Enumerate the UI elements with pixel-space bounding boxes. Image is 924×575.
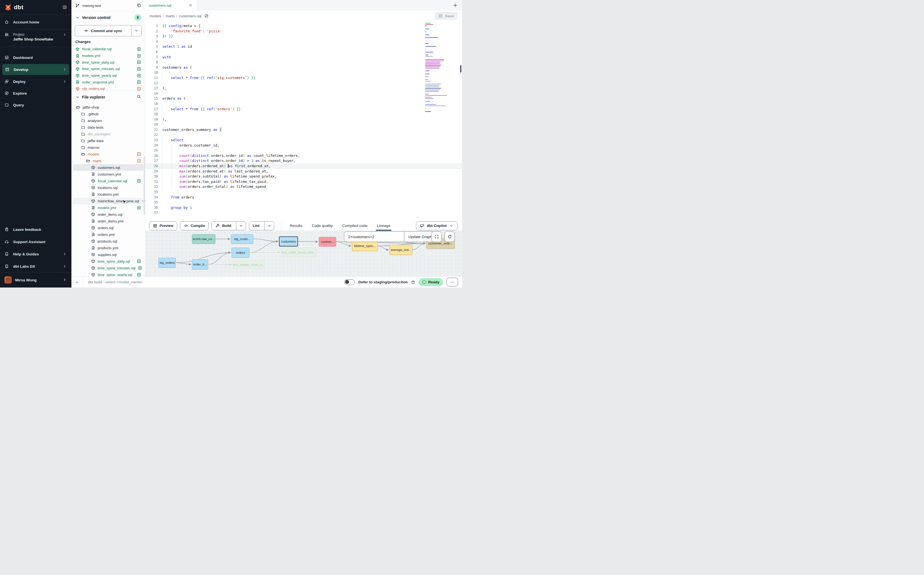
- sidebar-item-deploy[interactable]: Deploy: [0, 76, 71, 87]
- tree-item-analyses[interactable]: analyses: [73, 117, 143, 124]
- code-line-1[interactable]: 1{{ config(meta = {: [145, 24, 462, 29]
- version-control-title[interactable]: Version control: [82, 15, 111, 20]
- sidebar-item-support-assistant[interactable]: Support Assistant: [0, 235, 71, 248]
- code-line-13[interactable]: 13),: [145, 86, 462, 91]
- tree-item-metricflow-time-spine-sql[interactable]: metricflow_time_spine.sql: [73, 198, 143, 204]
- tree-item-time-spine-yearly-sql[interactable]: time_spine_yearly.sql: [73, 271, 143, 276]
- lineage-canvas[interactable]: ecom.raw_cu...stg_custo...customerscusto…: [145, 231, 462, 276]
- stage-add-icon[interactable]: [137, 272, 141, 276]
- tree-item-products-sql[interactable]: products.sql: [73, 238, 143, 245]
- sidebar-item-dashboard[interactable]: Dashboard: [0, 52, 71, 64]
- code-line-22[interactable]: 22: [145, 132, 462, 138]
- code-line-31[interactable]: 31 sum(orders.tax_paid) as lifetime_tax_…: [145, 179, 462, 184]
- stage-add-icon[interactable]: [137, 60, 141, 65]
- sidebar-item-leave-feedback[interactable]: Leave feedback: [0, 223, 71, 235]
- chevron-down-icon[interactable]: [75, 95, 80, 99]
- code-line-21[interactable]: 21customer_orders_summary as (: [145, 127, 462, 133]
- tab-code-quality[interactable]: Code quality: [307, 221, 338, 230]
- modified-icon[interactable]: [137, 152, 141, 156]
- tab-customers-sql[interactable]: customers.sql: [145, 0, 197, 11]
- changed-file-order_snapshot.yml[interactable]: order_snapshot.yml: [71, 79, 145, 86]
- tree-item-locations-sql[interactable]: locations.sql: [73, 184, 143, 191]
- stage-add-icon[interactable]: [137, 54, 141, 58]
- lineage-search-input[interactable]: 2+customers+2: [344, 232, 404, 242]
- code-line-29[interactable]: 29 max(orders.ordered_at) as last_ordere…: [145, 169, 462, 174]
- tree-item-fiscal-calendar-sql[interactable]: fiscal_calendar.sql: [73, 178, 143, 184]
- code-line-8[interactable]: 8: [145, 60, 462, 65]
- code-line-36[interactable]: 36 group by 1: [145, 205, 462, 210]
- code-line-4[interactable]: 4: [145, 39, 462, 44]
- tab-results[interactable]: Results: [285, 221, 307, 230]
- tree-item-customers-yml[interactable]: customers.yml: [73, 171, 143, 178]
- code-line-35[interactable]: 35: [145, 200, 462, 205]
- lineage-node-customers[interactable]: customers: [279, 237, 298, 246]
- sidebar-item-account-home[interactable]: Account home: [0, 15, 71, 29]
- more-options-button[interactable]: [446, 278, 458, 286]
- code-line-7[interactable]: 7with: [145, 55, 462, 60]
- stage-add-icon[interactable]: [138, 266, 142, 270]
- code-editor[interactable]: 1{{ config(meta = {2 'favorite_food': 'p…: [145, 21, 462, 221]
- tree-item-locations-yml[interactable]: locations.yml: [73, 191, 143, 198]
- close-icon[interactable]: [188, 3, 193, 8]
- code-line-17[interactable]: 17 select * from {{ ref('orders') }}: [145, 106, 462, 112]
- tree-item-data-tests[interactable]: data-tests: [73, 124, 143, 131]
- code-line-2[interactable]: 2 'favorite_food': 'pizza': [145, 29, 462, 34]
- lineage-node-stg_customers[interactable]: stg_custo...: [231, 234, 253, 244]
- branch-name[interactable]: mwong-test: [82, 4, 101, 8]
- lineage-node-stg_orders[interactable]: stg_orders: [158, 257, 176, 268]
- defer-toggle[interactable]: [344, 280, 355, 285]
- search-icon[interactable]: [137, 94, 141, 100]
- status-badge[interactable]: Ready: [419, 278, 443, 286]
- lineage-node-order_items[interactable]: order_it...: [192, 259, 208, 269]
- breadcrumb-marts[interactable]: marts: [166, 14, 175, 18]
- code-line-32[interactable]: 32 sum(orders.order_total) as lifetime_s…: [145, 184, 462, 189]
- new-tab-button[interactable]: [453, 3, 458, 8]
- code-line-15[interactable]: 15orders as (: [145, 96, 462, 101]
- code-line-5[interactable]: 5select 1 as id: [145, 44, 462, 49]
- tree-item-orders-sql[interactable]: orders.sql: [73, 224, 143, 231]
- editor-scrollbar-thumb[interactable]: [460, 65, 461, 73]
- code-line-24[interactable]: 24 orders.customer_id,: [145, 143, 462, 148]
- modified-icon[interactable]: [137, 87, 141, 91]
- tree-item-customers-sql[interactable]: customers.sql: [73, 164, 143, 171]
- sidebar-item-query[interactable]: Query: [0, 99, 71, 111]
- dbt-copilot-button[interactable]: dbt Copilot: [416, 221, 458, 230]
- tree-item-supplies-sql[interactable]: supplies.sql: [73, 251, 143, 258]
- breadcrumb-models[interactable]: models: [149, 14, 161, 18]
- copy-icon[interactable]: [137, 3, 141, 8]
- sidebar-item-help-guides[interactable]: Help & Guides: [0, 248, 71, 260]
- changed-file-time_spine_yearly.sql[interactable]: time_spine_yearly.sql: [71, 72, 145, 79]
- tree-item-jaffle-data[interactable]: jaffle-data: [73, 137, 143, 144]
- lint-options-button[interactable]: [264, 222, 274, 230]
- expand-command-bar-button[interactable]: [71, 280, 82, 284]
- code-line-14[interactable]: 14: [145, 91, 462, 96]
- modified-icon[interactable]: [137, 159, 141, 163]
- tree-item--github[interactable]: .github: [73, 111, 143, 117]
- stage-add-icon[interactable]: [137, 80, 141, 84]
- fullscreen-button[interactable]: [431, 231, 442, 242]
- code-line-33[interactable]: 33: [145, 189, 462, 195]
- compile-button[interactable]: Compile: [180, 221, 209, 230]
- help-icon[interactable]: [411, 280, 415, 284]
- build-options-button[interactable]: [236, 222, 246, 230]
- sidebar-item-explore[interactable]: Explore: [0, 87, 71, 99]
- tree-item-models-yml[interactable]: models.yml: [73, 204, 143, 211]
- tree-item-orders-yml[interactable]: orders.yml: [73, 231, 143, 238]
- changed-file-time_spine_daily.sql[interactable]: time_spine_daily.sql: [71, 59, 145, 65]
- stage-add-icon[interactable]: [137, 67, 141, 71]
- lineage-node-ecom_raw[interactable]: ecom.raw_cu...: [192, 234, 216, 244]
- changed-file-models.yml[interactable]: models.yml: [71, 52, 145, 59]
- code-line-37[interactable]: 37: [145, 210, 462, 216]
- changed-file-stg_orders.sql[interactable]: stg_orders.sql: [71, 86, 145, 91]
- code-line-25[interactable]: 25: [145, 148, 462, 153]
- commit-options-button[interactable]: [131, 25, 141, 36]
- tree-item-dbt-packages[interactable]: dbt_packages: [73, 131, 143, 137]
- tree-item-order-items-sql[interactable]: order_items.sql: [73, 211, 143, 218]
- sidebar-collapse-icon[interactable]: [62, 5, 67, 10]
- changed-file-time_spine_minutes.sql[interactable]: time_spine_minutes.sql: [71, 65, 145, 72]
- docs-compass-icon[interactable]: [204, 14, 209, 18]
- code-line-28[interactable]: 28 min(orders.ordered_at) as first_order…: [145, 164, 462, 169]
- stage-add-icon[interactable]: [137, 259, 141, 264]
- build-button[interactable]: Build: [211, 221, 246, 230]
- code-line-23[interactable]: 23 select: [145, 138, 462, 143]
